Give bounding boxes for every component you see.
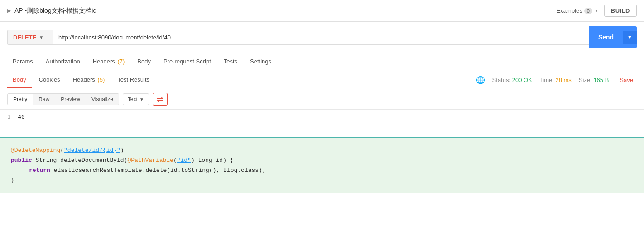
response-body-toolbar: Pretty Raw Preview Visualize Text ▼ ⇌ bbox=[0, 89, 644, 110]
tab-body[interactable]: Body bbox=[132, 54, 156, 69]
format-tab-visualize[interactable]: Visualize bbox=[86, 94, 119, 105]
annotation-string: "delete/id/{id}" bbox=[64, 147, 120, 154]
size-label: Size: bbox=[579, 77, 592, 83]
response-value: 40 bbox=[18, 113, 25, 120]
url-bar: DELETE ▼ Send ▼ bbox=[0, 22, 644, 53]
code-line-close: } bbox=[11, 176, 633, 185]
globe-icon[interactable]: 🌐 bbox=[476, 76, 485, 84]
url-input[interactable] bbox=[53, 30, 589, 45]
format-tab-raw[interactable]: Raw bbox=[33, 94, 55, 105]
tab-settings[interactable]: Settings bbox=[245, 54, 277, 69]
keyword-return: return bbox=[29, 167, 50, 174]
tab-params[interactable]: Params bbox=[7, 54, 38, 69]
resp-tab-body[interactable]: Body bbox=[7, 73, 32, 88]
tab-tests[interactable]: Tests bbox=[218, 54, 243, 69]
annotation-keyword: @DeleteMapping bbox=[11, 147, 60, 154]
send-button[interactable]: Send ▼ bbox=[589, 26, 637, 48]
save-response-button[interactable]: Save bbox=[616, 77, 637, 83]
status-label: Status: bbox=[492, 77, 510, 83]
format-tab-pretty[interactable]: Pretty bbox=[8, 94, 33, 105]
code-line-annotation: @DeleteMapping("delete/id/{id}") bbox=[11, 146, 633, 156]
top-right: Examples 0 ▼ BUILD bbox=[557, 5, 637, 17]
request-tabs: Params Authorization Headers (7) Body Pr… bbox=[0, 53, 644, 71]
resp-tab-cookies[interactable]: Cookies bbox=[34, 73, 66, 88]
response-tabs: Body Cookies Headers (5) Test Results 🌐 … bbox=[0, 71, 644, 89]
api-title: ▶ API-删除blog文档-根据文档id bbox=[7, 7, 96, 15]
format-tabs: Pretty Raw Preview Visualize bbox=[7, 93, 119, 105]
status-value: 200 OK bbox=[512, 77, 532, 83]
method-label: DELETE bbox=[13, 34, 36, 41]
keyword-public: public bbox=[11, 157, 32, 164]
code-line-return: return elasticsearchRestTemplate.delete(… bbox=[11, 166, 633, 176]
size-value: 165 B bbox=[593, 77, 609, 83]
api-title-text: API-删除blog文档-根据文档id bbox=[14, 7, 96, 15]
code-line-method: public String deleteDocumentById(@PathVa… bbox=[11, 156, 633, 166]
wrap-button[interactable]: ⇌ bbox=[153, 93, 168, 106]
top-bar: ▶ API-删除blog文档-根据文档id Examples 0 ▼ BUILD bbox=[0, 0, 644, 22]
response-content: 1 40 bbox=[0, 110, 644, 137]
response-status-bar: 🌐 Status: 200 OK Time: 28 ms Size: 165 B… bbox=[476, 76, 637, 84]
build-button[interactable]: BUILD bbox=[604, 5, 637, 17]
tab-authorization[interactable]: Authorization bbox=[40, 54, 86, 69]
arrow-icon: ▶ bbox=[7, 8, 11, 14]
code-line-1: 1 40 bbox=[7, 113, 637, 120]
format-tab-preview[interactable]: Preview bbox=[55, 94, 86, 105]
path-variable-annotation: @PathVariable bbox=[127, 157, 173, 164]
headers-count: (7) bbox=[117, 58, 125, 65]
resp-tab-headers[interactable]: Headers (5) bbox=[67, 73, 111, 88]
examples-badge: 0 bbox=[584, 8, 592, 14]
text-format-label: Text bbox=[128, 96, 138, 102]
time-label: Time: bbox=[539, 77, 554, 83]
method-select[interactable]: DELETE ▼ bbox=[7, 30, 53, 45]
method-chevron-icon: ▼ bbox=[39, 35, 43, 40]
time-value: 28 ms bbox=[555, 77, 571, 83]
examples-label: Examples bbox=[557, 7, 582, 14]
param-string: "id" bbox=[177, 157, 191, 164]
wrap-icon: ⇌ bbox=[157, 95, 163, 104]
text-format-select[interactable]: Text ▼ bbox=[123, 93, 149, 105]
code-snippet: @DeleteMapping("delete/id/{id}") public … bbox=[0, 137, 644, 193]
send-dropdown-icon[interactable]: ▼ bbox=[623, 31, 637, 44]
examples-button[interactable]: Examples 0 ▼ bbox=[557, 7, 599, 14]
text-format-chevron-icon: ▼ bbox=[139, 97, 144, 102]
send-label: Send bbox=[589, 30, 623, 44]
resp-headers-count: (5) bbox=[97, 76, 105, 83]
resp-tab-test-results[interactable]: Test Results bbox=[112, 73, 155, 88]
examples-chevron-icon: ▼ bbox=[594, 8, 599, 13]
line-number-1: 1 bbox=[7, 114, 10, 120]
tab-headers[interactable]: Headers (7) bbox=[87, 54, 130, 69]
tab-pre-request-script[interactable]: Pre-request Script bbox=[158, 54, 216, 69]
